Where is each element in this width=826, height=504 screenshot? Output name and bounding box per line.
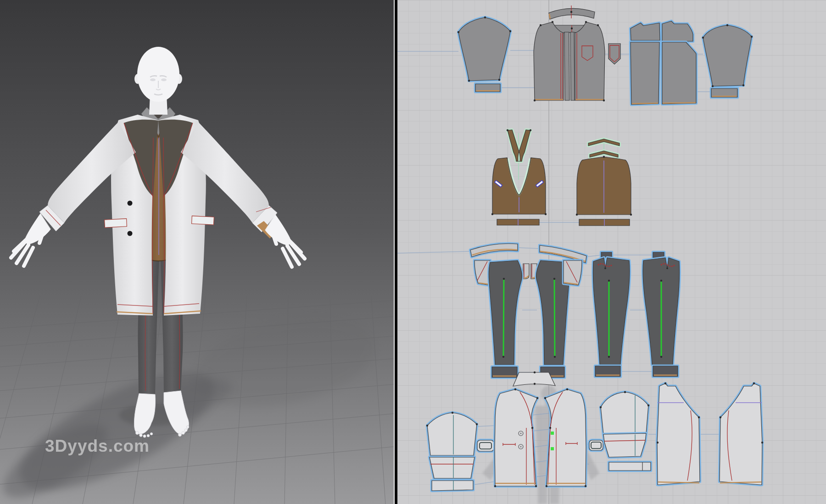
shirt-back-left[interactable]: [631, 42, 659, 105]
shirt-front-right[interactable]: [575, 22, 605, 100]
coat-under-sleeve-left[interactable]: [430, 457, 474, 478]
garment-design-window: 3Dyyds.com: [0, 0, 826, 504]
coat-button-bottom: [128, 231, 133, 236]
viewport-3d-scene: [0, 0, 394, 504]
pants-pattern-group: [470, 244, 680, 377]
pattern-canvas: [397, 0, 826, 504]
coat-snap-bottom: [551, 447, 554, 450]
coat-under-sleeve-right[interactable]: [603, 433, 646, 457]
shirt-pattern-group: [458, 6, 753, 105]
pants-front-leg-left[interactable]: [489, 260, 522, 365]
coat-front-right[interactable]: [545, 389, 586, 486]
coat-pocket-flap-band[interactable]: [609, 462, 651, 471]
shirt-placket-right[interactable]: [570, 32, 575, 100]
coat-front-left[interactable]: [495, 389, 537, 486]
vest-pattern-group: [491, 129, 632, 226]
coat-cuff-left[interactable]: [432, 481, 473, 491]
shirt-front-left[interactable]: [534, 22, 564, 100]
watermark: 3Dyyds.com: [45, 437, 150, 456]
shirt-back-right[interactable]: [662, 42, 696, 104]
pattern-editor-2d[interactable]: [397, 0, 826, 504]
shirt-placket-left[interactable]: [564, 32, 569, 100]
coat-side-back-right[interactable]: [720, 383, 762, 485]
shirt-sleeve-left[interactable]: [458, 17, 510, 81]
coat-snap-top: [551, 432, 554, 435]
shirt-pocket-piece[interactable]: [608, 44, 620, 64]
viewport-3d[interactable]: 3Dyyds.com: [0, 0, 394, 504]
coat-button-top: [128, 201, 133, 206]
shirt-collar[interactable]: [549, 8, 595, 19]
coat-side-back-left[interactable]: [657, 383, 700, 485]
